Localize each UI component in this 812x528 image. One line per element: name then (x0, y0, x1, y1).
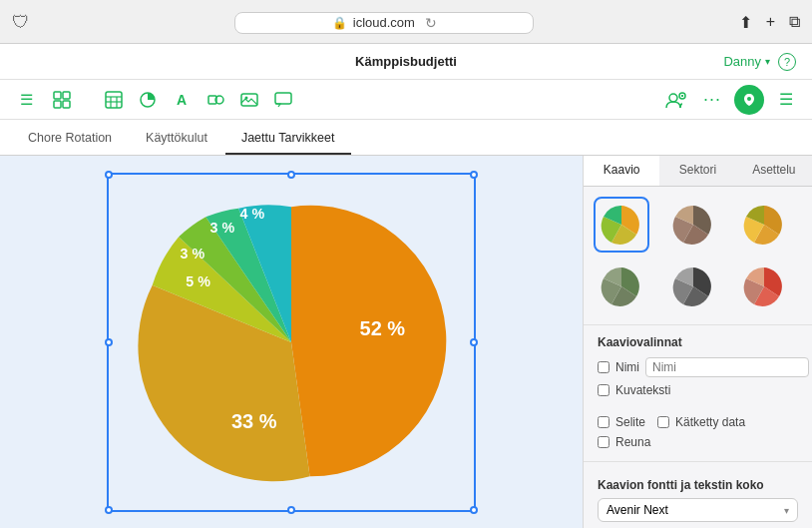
chart-style-2[interactable] (665, 197, 721, 253)
second-checkboxes-section: Selite Kätketty data Reuna (584, 409, 812, 461)
svg-rect-3 (63, 101, 70, 108)
handle-bottom-left[interactable] (105, 506, 113, 514)
pie-chart: 52 % 33 % 5 % 3 % 3 % 4 % (132, 193, 451, 492)
svg-rect-4 (106, 92, 122, 108)
app-title: Kämppisbudjetti (355, 54, 457, 69)
user-menu[interactable]: Danny ▾ ? (723, 53, 796, 71)
two-col-checkboxes: Selite Kätketty data (598, 415, 798, 435)
kuvateksti-row: Kuvateksti (598, 383, 798, 397)
chevron-down-icon: ▾ (784, 505, 789, 516)
panel-tab-asettelu[interactable]: Asettelu (736, 156, 812, 186)
windows-icon[interactable]: ⧉ (789, 13, 800, 32)
katketty-data-checkbox[interactable] (657, 416, 669, 428)
reload-icon[interactable]: ↻ (425, 15, 437, 31)
handle-top-right[interactable] (470, 171, 478, 179)
selite-row: Selite (598, 415, 645, 429)
selite-checkbox[interactable] (598, 416, 609, 428)
svg-rect-14 (275, 93, 291, 104)
tab-jaettu-tarvikkeet[interactable]: Jaettu Tarvikkeet (225, 125, 351, 155)
label-3a: 3 % (181, 245, 205, 261)
view-list-icon[interactable]: ☰ (12, 86, 40, 114)
right-panel: Kaavio Sektori Asettelu (583, 156, 812, 528)
more-icon[interactable]: ··· (698, 86, 726, 114)
handle-middle-right[interactable] (470, 338, 478, 346)
handle-bottom-right[interactable] (470, 506, 478, 514)
handle-top-left[interactable] (105, 171, 113, 179)
share-icon[interactable]: ⬆ (739, 13, 752, 32)
chart-style-grid (584, 187, 812, 324)
insert-chart-icon[interactable] (134, 86, 162, 114)
handle-top-center[interactable] (287, 171, 295, 179)
panel-tabs: Kaavio Sektori Asettelu (584, 156, 812, 187)
svg-rect-0 (54, 92, 61, 99)
label-5: 5 % (186, 273, 210, 289)
handle-bottom-center[interactable] (287, 506, 295, 514)
chart-style-4[interactable] (594, 259, 649, 314)
toolbar-left: ☰ (12, 86, 76, 114)
insert-table-icon[interactable] (100, 86, 128, 114)
chart-area: 52 % 33 % 5 % 3 % 3 % 4 % (0, 156, 583, 528)
insert-comment-icon[interactable] (269, 86, 297, 114)
reuna-label: Reuna (615, 435, 650, 449)
reuna-row: Reuna (598, 435, 798, 449)
font-name-dropdown[interactable]: Avenir Next ▾ (598, 498, 798, 522)
font-section: Kaavion fontti ja tekstin koko Avenir Ne… (584, 461, 812, 528)
font-name-text: Avenir Next (607, 503, 668, 517)
chart-style-5[interactable] (665, 259, 721, 314)
font-section-title: Kaavion fontti ja tekstin koko (584, 470, 812, 492)
selite-label: Selite (615, 415, 645, 429)
address-bar[interactable]: 🔒 icloud.com ↻ (234, 12, 534, 34)
label-3b: 3 % (210, 220, 235, 236)
svg-rect-1 (63, 92, 70, 99)
insert-shape-icon[interactable] (202, 86, 229, 114)
label-52: 52 % (360, 316, 406, 338)
tab-chore-rotation[interactable]: Chore Rotation (12, 125, 128, 155)
nimi-label: Nimi (615, 360, 639, 374)
svg-point-17 (747, 97, 751, 101)
chart-style-1[interactable] (594, 197, 649, 253)
kuvateksti-label: Kuvateksti (615, 383, 670, 397)
label-33: 33 % (231, 409, 277, 431)
label-4: 4 % (240, 205, 265, 221)
katketty-data-label: Kätketty data (675, 415, 745, 429)
toolbar: ☰ A (0, 80, 812, 120)
tab-kayttokulut[interactable]: Käyttökulut (130, 125, 223, 155)
chart-style-6[interactable] (736, 259, 792, 314)
nimi-row: Nimi (598, 357, 798, 377)
browser-chrome: 🛡 🔒 icloud.com ↻ ⬆ + ⧉ (0, 0, 812, 44)
toolbar-center: A (100, 86, 297, 114)
view-table-icon[interactable] (48, 86, 76, 114)
active-tool-icon[interactable] (734, 85, 764, 115)
options-title: Kaaviovalinnat (598, 335, 798, 349)
chart-selection-box[interactable]: 52 % 33 % 5 % 3 % 3 % 4 % (107, 173, 476, 512)
format-panel-icon[interactable]: ☰ (772, 86, 800, 114)
address-text: icloud.com (353, 15, 415, 30)
svg-rect-2 (54, 101, 61, 108)
chart-style-3[interactable] (736, 197, 792, 253)
nimi-checkbox[interactable] (598, 361, 609, 373)
toolbar-right: ··· ☰ (662, 85, 800, 115)
nimi-input[interactable] (645, 357, 809, 377)
user-name: Danny (723, 54, 761, 69)
handle-middle-left[interactable] (105, 338, 113, 346)
main-content: 52 % 33 % 5 % 3 % 3 % 4 % Kaavio Sektori… (0, 156, 812, 528)
katketty-data-row: Kätketty data (657, 415, 745, 429)
insert-media-icon[interactable] (235, 86, 263, 114)
reuna-checkbox[interactable] (598, 436, 609, 448)
tabs-bar: Chore Rotation Käyttökulut Jaettu Tarvik… (0, 120, 812, 156)
panel-tab-sektori[interactable]: Sektori (659, 156, 735, 186)
chevron-down-icon: ▾ (765, 56, 770, 67)
slice-52 (291, 205, 446, 475)
collab-icon[interactable] (662, 86, 690, 114)
new-tab-icon[interactable]: + (766, 13, 775, 32)
browser-actions: ⬆ + ⧉ (739, 13, 800, 32)
app-titlebar: Kämppisbudjetti Danny ▾ ? (0, 44, 812, 80)
kuvateksti-checkbox[interactable] (598, 384, 609, 396)
panel-tab-kaavio[interactable]: Kaavio (584, 156, 659, 186)
chart-options-section: Kaaviovalinnat Nimi Kuvateksti (584, 324, 812, 409)
svg-point-15 (669, 94, 677, 102)
shield-icon: 🛡 (12, 12, 30, 33)
help-icon[interactable]: ? (778, 53, 796, 71)
insert-text-icon[interactable]: A (168, 86, 196, 114)
